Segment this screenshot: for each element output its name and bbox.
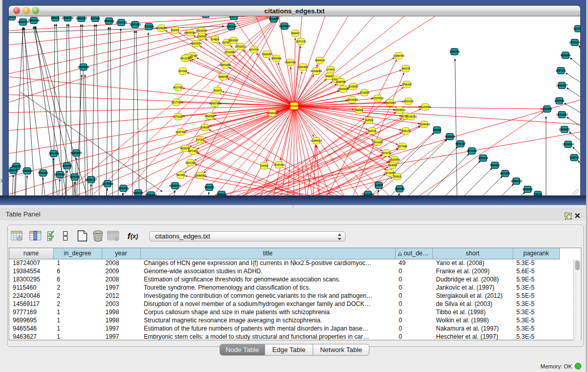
svg-text:1938483: 1938483	[9, 169, 18, 172]
svg-text:126225: 126225	[9, 16, 16, 18]
svg-text:3342608: 3342608	[118, 187, 128, 190]
svg-text:783823: 783823	[393, 175, 402, 178]
svg-text:19300213: 19300213	[267, 112, 278, 115]
svg-text:217301: 217301	[196, 138, 205, 141]
svg-text:9852897: 9852897	[228, 39, 238, 42]
svg-text:1527602: 1527602	[90, 17, 100, 20]
svg-text:64634663: 64634663	[384, 101, 396, 104]
svg-text:42614537: 42614537	[346, 98, 358, 101]
svg-text:15751074: 15751074	[569, 41, 580, 44]
svg-text:1312757: 1312757	[573, 27, 580, 30]
svg-text:16210643: 16210643	[556, 113, 568, 116]
svg-text:10719155: 10719155	[116, 21, 127, 24]
svg-text:60929647: 60929647	[71, 151, 82, 155]
svg-text:15692971: 15692971	[559, 128, 570, 131]
svg-text:26879290: 26879290	[220, 63, 231, 67]
svg-text:2935114: 2935114	[478, 157, 488, 160]
svg-text:63606628: 63606628	[169, 184, 181, 187]
svg-text:4191175: 4191175	[401, 129, 410, 133]
svg-text:2110460: 2110460	[62, 164, 72, 167]
svg-text:9245652: 9245652	[522, 188, 533, 191]
svg-text:814825: 814825	[211, 38, 220, 41]
svg-text:10654112: 10654112	[511, 180, 522, 183]
svg-text:790993: 790993	[355, 108, 363, 112]
svg-text:1244415: 1244415	[554, 99, 564, 102]
svg-text:503457: 503457	[171, 29, 180, 32]
svg-text:4374754: 4374754	[249, 48, 259, 51]
svg-text:3741438: 3741438	[49, 152, 59, 155]
svg-text:1538552: 1538552	[22, 169, 32, 172]
svg-text:66792612: 66792612	[235, 45, 246, 48]
svg-text:20053346: 20053346	[78, 65, 89, 69]
svg-text:17270733: 17270733	[405, 115, 417, 118]
svg-text:81016525: 81016525	[196, 29, 207, 32]
svg-text:19289546: 19289546	[194, 174, 206, 177]
svg-text:2188789: 2188789	[336, 80, 346, 83]
svg-text:17016504: 17016504	[562, 143, 574, 146]
svg-text:75181648: 75181648	[420, 105, 431, 108]
svg-text:84346088: 84346088	[311, 70, 322, 73]
svg-text:9375710: 9375710	[70, 176, 80, 179]
svg-text:214975: 214975	[375, 184, 383, 187]
svg-text:164095: 164095	[433, 128, 442, 132]
svg-text:3684052: 3684052	[395, 187, 405, 190]
svg-text:564656: 564656	[388, 164, 397, 167]
svg-text:19218506: 19218506	[279, 25, 290, 28]
svg-text:89978790: 89978790	[184, 31, 195, 34]
svg-text:18724007: 18724007	[289, 104, 300, 107]
svg-text:6279418: 6279418	[55, 173, 65, 176]
svg-text:12093827: 12093827	[556, 84, 568, 87]
svg-text:7693979: 7693979	[262, 53, 272, 56]
svg-text:90048665: 90048665	[156, 27, 167, 30]
svg-text:857168: 857168	[179, 70, 187, 73]
svg-text:2321324: 2321324	[185, 161, 195, 164]
svg-text:45812670: 45812670	[190, 42, 202, 45]
svg-text:5673212: 5673212	[381, 151, 391, 155]
svg-text:738720: 738720	[534, 193, 542, 195]
svg-text:8350099: 8350099	[271, 57, 281, 60]
svg-text:9517169: 9517169	[171, 101, 182, 104]
svg-text:9897858: 9897858	[205, 115, 215, 118]
svg-text:7273233: 7273233	[173, 115, 183, 118]
svg-text:359947: 359947	[291, 32, 300, 35]
svg-text:2074176: 2074176	[296, 40, 306, 43]
svg-text:32162965: 32162965	[224, 51, 235, 54]
svg-text:6879197: 6879197	[455, 142, 466, 145]
svg-text:5408072: 5408072	[133, 191, 143, 194]
svg-text:3790237: 3790237	[402, 83, 412, 86]
svg-text:9197443: 9197443	[176, 130, 186, 134]
svg-text:67503414: 67503414	[145, 193, 157, 195]
svg-text:9517485: 9517485	[173, 86, 183, 89]
svg-text:890170: 890170	[402, 67, 410, 70]
svg-text:9227341: 9227341	[556, 69, 566, 72]
svg-text:4679591: 4679591	[204, 186, 214, 189]
svg-text:9329996: 9329996	[560, 54, 571, 57]
svg-text:19191403: 19191403	[273, 163, 285, 166]
svg-text:7515526: 7515526	[144, 25, 154, 28]
svg-text:14055724: 14055724	[17, 20, 29, 24]
svg-text:20891406: 20891406	[28, 19, 39, 22]
svg-text:70597444: 70597444	[285, 61, 296, 64]
svg-text:29175900: 29175900	[102, 182, 113, 185]
svg-text:9474444: 9474444	[467, 149, 477, 152]
svg-text:6466160: 6466160	[104, 19, 114, 23]
svg-text:1146753: 1146753	[569, 156, 579, 159]
svg-text:1352896: 1352896	[298, 65, 308, 69]
svg-text:55540424: 55540424	[419, 123, 430, 126]
svg-text:2582524: 2582524	[403, 100, 413, 103]
svg-text:7357224: 7357224	[226, 25, 236, 28]
svg-text:87337818: 87337818	[372, 97, 383, 100]
svg-text:8612220: 8612220	[180, 57, 190, 60]
svg-text:809570: 809570	[51, 16, 60, 19]
svg-text:5938923: 5938923	[445, 135, 455, 138]
svg-text:36697396: 36697396	[209, 102, 221, 105]
svg-text:125402: 125402	[260, 164, 269, 167]
svg-text:3219824: 3219824	[359, 91, 369, 94]
svg-text:4694634: 4694634	[315, 59, 325, 62]
svg-text:8077999: 8077999	[397, 145, 407, 148]
svg-text:(x): (x)	[130, 233, 138, 240]
svg-text:9398441: 9398441	[218, 75, 228, 78]
svg-text:8536477: 8536477	[229, 16, 239, 18]
svg-text:11980765: 11980765	[393, 54, 404, 57]
svg-text:174441: 174441	[326, 68, 335, 71]
